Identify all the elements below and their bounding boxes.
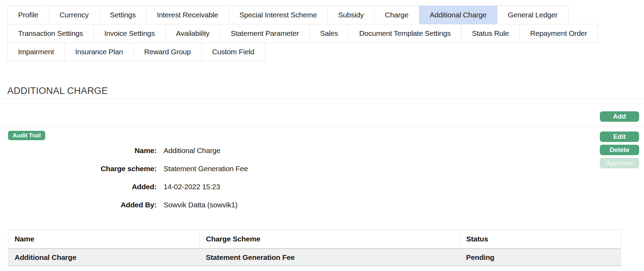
column-header-name: Name [8, 230, 200, 249]
added-by-value: Sowvik Datta (sowvik1) [164, 201, 238, 209]
detail-row-charge-scheme: Charge scheme: Statement Generation Fee [0, 165, 600, 173]
charges-table: Name Charge Scheme Status Additional Cha… [8, 229, 621, 266]
name-label: Name: [0, 146, 157, 155]
tab-profile[interactable]: Profile [7, 6, 49, 24]
heading-divider [0, 98, 644, 99]
tab-bar: Profile Currency Settings Interest Recei… [0, 0, 644, 61]
tab-currency[interactable]: Currency [49, 6, 100, 24]
charge-scheme-value: Statement Generation Fee [164, 165, 248, 173]
tab-sales[interactable]: Sales [309, 24, 349, 43]
added-by-label: Added By: [0, 201, 157, 209]
cell-status: Pending [460, 249, 621, 266]
tab-interest-receivable[interactable]: Interest Receivable [146, 6, 229, 24]
table-header-row: Name Charge Scheme Status [8, 230, 621, 249]
cell-charge-scheme: Statement Generation Fee [200, 249, 460, 266]
tab-settings[interactable]: Settings [99, 6, 146, 24]
record-actions: Edit Delete Approve [600, 131, 639, 168]
tab-row-1: Profile Currency Settings Interest Recei… [7, 6, 569, 24]
tab-custom-field[interactable]: Custom Field [201, 42, 265, 61]
detail-panel: Audit Trail Name: Additional Charge Char… [0, 127, 644, 219]
tab-subsidy[interactable]: Subsidy [327, 6, 374, 24]
tab-row-2: Transaction Settings Invoice Settings Av… [7, 24, 598, 43]
detail-row-added-by: Added By: Sowvik Datta (sowvik1) [0, 201, 600, 209]
tab-statement-parameter[interactable]: Statement Parameter [220, 24, 310, 43]
added-label: Added: [0, 183, 157, 191]
cell-name: Additional Charge [8, 249, 200, 266]
tab-repayment-order[interactable]: Repayment Order [519, 24, 598, 43]
toolbar: Add [0, 111, 644, 122]
tab-availability[interactable]: Availability [165, 24, 220, 43]
add-button[interactable]: Add [600, 111, 639, 122]
name-value: Additional Charge [164, 146, 221, 155]
detail-fields: Name: Additional Charge Charge scheme: S… [0, 146, 600, 209]
tab-transaction-settings[interactable]: Transaction Settings [7, 24, 94, 43]
tab-status-rule[interactable]: Status Rule [461, 24, 519, 43]
column-header-charge-scheme: Charge Scheme [200, 230, 460, 249]
tab-general-ledger[interactable]: General Ledger [497, 6, 569, 24]
tab-insurance-plan[interactable]: Insurance Plan [64, 42, 134, 61]
tab-additional-charge[interactable]: Additional Charge [419, 6, 498, 24]
tab-reward-group[interactable]: Reward Group [133, 42, 201, 61]
tab-impairment[interactable]: Impairment [7, 42, 65, 61]
edit-button[interactable]: Edit [600, 131, 639, 142]
audit-trail-badge[interactable]: Audit Trail [8, 131, 45, 140]
detail-panel-left: Audit Trail Name: Additional Charge Char… [0, 127, 600, 219]
delete-button[interactable]: Delete [600, 145, 639, 155]
added-value: 14-02-2022 15:23 [164, 183, 220, 191]
tab-document-template-settings[interactable]: Document Template Settings [348, 24, 461, 43]
approve-button: Approve [600, 158, 639, 168]
column-header-status: Status [460, 230, 621, 249]
detail-row-added: Added: 14-02-2022 15:23 [0, 183, 600, 191]
charge-scheme-label: Charge scheme: [0, 165, 157, 173]
table-row[interactable]: Additional Charge Statement Generation F… [8, 249, 621, 266]
tab-charge[interactable]: Charge [374, 6, 419, 24]
page-title: ADDITIONAL CHARGE [7, 86, 644, 96]
tab-invoice-settings[interactable]: Invoice Settings [94, 24, 166, 43]
detail-row-name: Name: Additional Charge [0, 146, 600, 155]
tab-row-3: Impairment Insurance Plan Reward Group C… [7, 42, 265, 61]
tab-special-interest-scheme[interactable]: Special Interest Scheme [229, 6, 328, 24]
